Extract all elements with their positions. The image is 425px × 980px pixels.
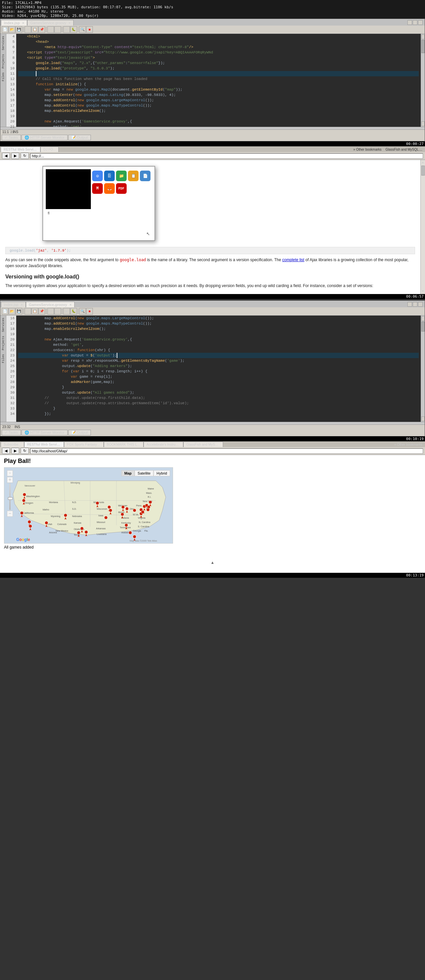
ide2-output-tab-output[interactable]: 📝 Output <box>68 430 91 436</box>
ide-tab-close-1[interactable]: × <box>22 21 24 25</box>
browser2-tab-fox[interactable]: FOX Sports Fantasy B... <box>64 442 104 447</box>
ide2-toolbar-save[interactable]: 💾 <box>16 308 22 315</box>
ide2-maximize[interactable]: □ <box>413 302 417 307</box>
toolbar-save[interactable]: 💾 <box>16 26 22 33</box>
ide-close[interactable]: × <box>418 20 423 25</box>
toolbar-open[interactable]: 📂 <box>9 26 15 33</box>
browser-url-bar[interactable] <box>30 153 423 159</box>
browser-back[interactable]: ◀ <box>2 153 10 159</box>
toolbar-debug[interactable]: 🐛 <box>70 26 77 33</box>
gmail-icon[interactable]: M <box>92 183 103 194</box>
toolbar-copy[interactable]: 📋 <box>32 26 38 33</box>
ide2-toolbar-debug[interactable]: 🐛 <box>70 308 77 315</box>
map-pan-button[interactable]: + <box>7 470 13 476</box>
ide-sidebar-services[interactable]: Services <box>1 35 5 51</box>
browser2-forward[interactable]: ▶ <box>11 448 19 454</box>
browser-scroll-down[interactable]: ▼ <box>421 289 425 294</box>
browser-tab-dj[interactable]: DJ FO... <box>40 147 59 152</box>
ide2-scroll-up[interactable]: ▲ <box>421 316 425 321</box>
ide2-tab-index[interactable]: index.jsp × <box>1 302 26 307</box>
scroll-down-btn[interactable]: ▼ <box>421 121 425 126</box>
ide2-toolbar-redo[interactable]: ↪ <box>54 308 61 315</box>
output-tab-tasks[interactable]: ✓ Tasks <box>2 135 21 140</box>
ide2-minimize[interactable]: _ <box>408 302 412 307</box>
ide2-toolbar-search[interactable]: 🔍 <box>79 308 86 315</box>
browser-scroll-thumb[interactable] <box>421 165 425 175</box>
browser2-other-bookmarks[interactable]: » Other bookmarks <box>392 442 424 447</box>
ide2-scrollbar-v[interactable]: ▲ ▼ <box>421 316 425 422</box>
ide2-toolbar-undo[interactable]: ↩ <box>48 308 54 315</box>
ide2-output-tab-server[interactable]: 🌐 HTTP Server Monitor <box>22 430 68 436</box>
toolbar-stop[interactable]: ■ <box>86 26 93 33</box>
browser-other-bookmarks[interactable]: » Other bookmarks <box>351 147 384 152</box>
browser2-tab-restful[interactable]: RESTful Web Services <box>24 442 64 447</box>
toolbar-redo[interactable]: ↪ <box>54 26 61 33</box>
ide-minimize[interactable]: _ <box>408 20 412 25</box>
ide-sidebar-files[interactable]: Files <box>1 72 5 82</box>
code-content-1[interactable]: <html> <head> <meta http-equiv="Content-… <box>16 34 421 127</box>
ide-tab-index-jsp[interactable]: index.jsp × <box>1 20 27 25</box>
bookmark-folder-icon[interactable]: 📁 <box>116 170 127 181</box>
ide2-tab2-close[interactable]: × <box>70 303 71 307</box>
ide2-toolbar-copy[interactable]: 📋 <box>32 308 38 315</box>
browser-reload[interactable]: ↻ <box>21 153 29 159</box>
map-btn-satellite[interactable]: Satellite <box>135 470 154 476</box>
browser2-tab-accelebrate[interactable]: Accelebrate's Instruct... <box>144 442 183 447</box>
ide2-scroll-thumb[interactable] <box>421 321 425 331</box>
link-complete-list[interactable]: complete list <box>282 258 304 262</box>
output-tab-output[interactable]: 📝 Output <box>68 135 91 140</box>
ide-maximize[interactable]: □ <box>413 20 417 25</box>
ide2-toolbar-stop[interactable]: ■ <box>86 308 93 315</box>
toolbar-paste[interactable]: 📌 <box>38 26 45 33</box>
browser-scrollbar-right-1[interactable]: ▲ ▼ <box>420 160 425 294</box>
browser2-tab-bookmark[interactable]: BOOKMARK THIS LIN... <box>104 442 144 447</box>
output-tab-server[interactable]: 🌐 HTTP Server Monitor <box>22 135 68 140</box>
browser-scroll-up[interactable]: ▲ <box>421 160 425 165</box>
scrollbar-v-1[interactable]: ▲ ▼ <box>421 34 425 127</box>
map-btn-map[interactable]: Map <box>121 470 135 476</box>
toolbar-undo[interactable]: ↩ <box>48 26 54 33</box>
pdf-icon[interactable]: PDF <box>116 183 127 194</box>
toolbar-run[interactable]: ▶ <box>63 26 70 33</box>
toolbar-cut[interactable]: ✂ <box>25 26 31 33</box>
browser2-tab-subscribe[interactable]: Subscribe... <box>1 442 24 447</box>
firefox-icon[interactable]: 🦊 <box>104 183 115 194</box>
ide2-close[interactable]: × <box>418 302 423 307</box>
ide-sidebar-projects[interactable]: Projects <box>1 53 5 69</box>
doc-icon[interactable]: 📄 <box>140 170 151 181</box>
ide2-output-tab-tasks[interactable]: ✓ Tasks <box>2 430 21 436</box>
ide2-toolbar-new[interactable]: 📄 <box>2 308 8 315</box>
ide2-toolbar-run[interactable]: ▶ <box>63 308 70 315</box>
browser2-reload[interactable]: ↻ <box>21 448 29 454</box>
browser2-back[interactable]: ◀ <box>2 448 10 454</box>
ide2-code-content[interactable]: map.addControl(new google.maps.LargeMapC… <box>16 316 421 422</box>
ide2-sidebar-files[interactable]: Files <box>1 353 5 364</box>
browser-tab-restful[interactable]: RESTful Web Services <box>1 147 40 152</box>
ide-tab-gamesservice[interactable]: GamesService.groovy × <box>27 20 74 25</box>
address-icon[interactable]: 📋 <box>128 170 139 181</box>
scroll-up-btn[interactable]: ▲ <box>421 35 425 39</box>
toolbar-search[interactable]: 🔍 <box>79 26 86 33</box>
ide2-sidebar-projects[interactable]: Projects <box>1 335 5 351</box>
ide2-tab1-close[interactable]: × <box>21 303 22 307</box>
ide2-toolbar-open[interactable]: 📂 <box>9 308 15 315</box>
ide2-scrollbar-h[interactable] <box>0 422 425 425</box>
ide2-toolbar-cut[interactable]: ✂ <box>25 308 31 315</box>
map-zoom-slider[interactable] <box>9 484 11 510</box>
browser2-tab-glassfish[interactable]: GlassFish and MySQL,... <box>183 442 223 447</box>
toolbar-new[interactable]: 📄 <box>2 26 8 33</box>
database-icon[interactable]: 🗄 <box>104 170 115 181</box>
map-zoom-in[interactable]: + <box>7 477 13 483</box>
scroll-thumb[interactable] <box>421 40 425 53</box>
ide2-scroll-down[interactable]: ▼ <box>421 417 425 421</box>
map-zoom-out[interactable]: − <box>7 511 13 517</box>
ide-tab-close-2[interactable]: × <box>68 21 70 25</box>
map-zoom-handle[interactable] <box>8 497 13 500</box>
ide2-tab-gamesservice[interactable]: GamesService.groovy × <box>26 302 75 307</box>
map-btn-hybrid[interactable]: Hybrid <box>154 470 170 476</box>
chrome-icon[interactable]: ⊙ <box>92 170 103 181</box>
ide2-sidebar-services[interactable]: Services <box>1 317 5 332</box>
map-container[interactable]: Map Satellite Hybrid + + − <box>4 467 173 544</box>
browser2-url-bar[interactable] <box>30 449 423 453</box>
browser-mysql-tab[interactable]: GlassFish and MySQL.... <box>384 147 424 152</box>
